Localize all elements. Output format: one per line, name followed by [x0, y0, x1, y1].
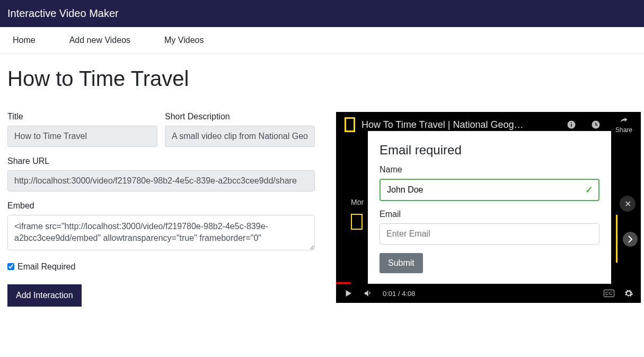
- video-controls: 0:01 / 4:08 CC: [336, 284, 641, 303]
- title-label: Title: [7, 112, 157, 121]
- related-thumbnail-icon[interactable]: [351, 214, 363, 230]
- volume-icon[interactable]: [363, 289, 373, 298]
- watch-later-icon[interactable]: [591, 120, 601, 129]
- video-time: 0:01 / 4:08: [383, 290, 415, 298]
- channel-logo-icon: [345, 117, 355, 132]
- svg-rect-2: [571, 123, 572, 124]
- share-url-input[interactable]: [7, 170, 315, 191]
- embed-textarea[interactable]: <iframe src="http://localhost:3000/video…: [7, 215, 315, 250]
- main-nav: Home Add new Videos My Videos: [0, 27, 644, 54]
- chevron-right-icon[interactable]: [623, 232, 638, 247]
- related-scrollbar[interactable]: [616, 215, 617, 263]
- email-required-checkbox[interactable]: [7, 263, 14, 270]
- desc-input[interactable]: [165, 126, 315, 147]
- info-icon[interactable]: [567, 120, 576, 129]
- nav-add-videos[interactable]: Add new Videos: [57, 36, 130, 45]
- nav-my-videos[interactable]: My Videos: [152, 36, 204, 45]
- nav-home[interactable]: Home: [0, 36, 36, 45]
- brand-header: Interactive Video Maker: [0, 0, 644, 27]
- share-icon[interactable]: Share: [615, 116, 632, 134]
- email-required-label: Email Required: [17, 262, 75, 272]
- modal-email-input[interactable]: [380, 223, 599, 245]
- settings-icon[interactable]: [624, 289, 633, 298]
- title-input[interactable]: [7, 126, 157, 147]
- modal-name-input[interactable]: [380, 179, 599, 201]
- close-icon[interactable]: ✕: [620, 196, 636, 212]
- desc-label: Short Description: [165, 112, 315, 121]
- modal-email-label: Email: [380, 210, 599, 219]
- video-title: How To Time Travel | National Geog…: [361, 119, 560, 130]
- modal-name-label: Name: [380, 165, 599, 175]
- video-player[interactable]: How To Time Travel | National Geog… Shar…: [336, 112, 641, 303]
- modal-heading: Email required: [380, 143, 599, 158]
- brand-title: Interactive Video Maker: [7, 7, 119, 19]
- modal-submit-button[interactable]: Submit: [380, 253, 423, 273]
- cc-icon[interactable]: CC: [604, 290, 614, 297]
- add-interaction-button[interactable]: Add Interaction: [7, 284, 82, 307]
- embed-label: Embed: [7, 201, 315, 211]
- checkmark-icon: ✓: [585, 184, 593, 196]
- page-title: How to Time Travel: [7, 67, 637, 91]
- email-required-modal: Email required Name ✓ Email Submit: [368, 131, 611, 285]
- details-form: Title Short Description Share URL Embed …: [7, 112, 315, 307]
- more-videos-label: Mor: [351, 198, 364, 206]
- play-icon[interactable]: [343, 289, 353, 298]
- svg-rect-1: [571, 124, 572, 127]
- share-url-label: Share URL: [7, 156, 315, 166]
